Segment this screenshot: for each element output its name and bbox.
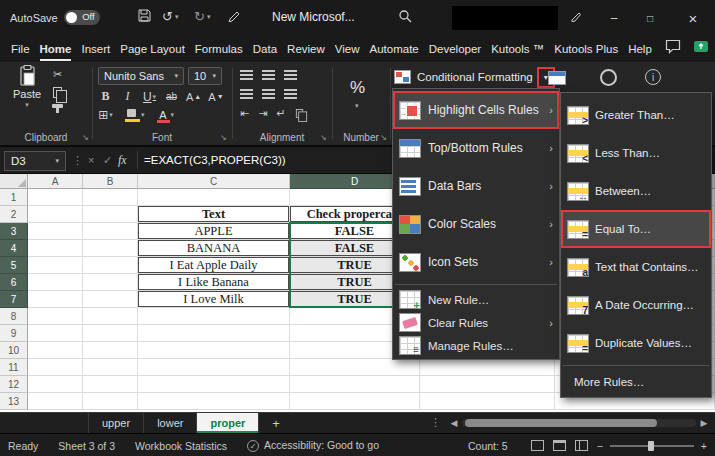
- name-box[interactable]: D3 ▾: [4, 151, 66, 171]
- cell-c9[interactable]: [138, 325, 290, 342]
- scroll-right-icon[interactable]: ▶: [698, 418, 710, 429]
- sheet-tab-lower[interactable]: lower: [144, 413, 197, 433]
- tab-view[interactable]: View: [330, 36, 365, 62]
- alignment-dialog-launcher-icon[interactable]: ↘: [320, 133, 327, 142]
- cell-b10[interactable]: [83, 342, 138, 359]
- undo-dropdown-icon[interactable]: ▾: [175, 13, 179, 21]
- conditional-formatting-button[interactable]: Conditional Formatting ▾: [394, 65, 553, 89]
- format-as-table-icon[interactable]: [548, 71, 566, 85]
- cell-d12[interactable]: [290, 376, 420, 393]
- close-button[interactable]: ×: [674, 0, 712, 36]
- zoom-in-icon[interactable]: +: [701, 440, 707, 452]
- draw-button[interactable]: [570, 9, 583, 22]
- undo-button[interactable]: ↺▾: [162, 9, 178, 24]
- maximize-button[interactable]: □: [634, 0, 666, 36]
- normal-view-icon[interactable]: [531, 440, 544, 451]
- menu-item-greater-than[interactable]: Greater Than…: [561, 96, 711, 134]
- formula-input[interactable]: =EXACT(C3,PROPER(C3)): [144, 154, 286, 166]
- cell-c2[interactable]: Text: [138, 206, 290, 223]
- cell-c4[interactable]: BANANA: [138, 240, 290, 257]
- align-bottom-icon[interactable]: [284, 70, 297, 80]
- cell-a5[interactable]: [28, 257, 83, 274]
- cell-b11[interactable]: [83, 359, 138, 376]
- cell-b2[interactable]: [83, 206, 138, 223]
- info-badge-icon[interactable]: i: [645, 69, 661, 85]
- menu-item-more-rules[interactable]: More Rules…: [561, 369, 711, 394]
- tab-strip-splitter-icon[interactable]: ⋮: [430, 416, 441, 429]
- row-header-12[interactable]: 12: [0, 376, 28, 393]
- clipboard-dialog-launcher-icon[interactable]: ↘: [82, 133, 89, 142]
- cell-c11[interactable]: [138, 359, 290, 376]
- row-header-8[interactable]: 8: [0, 308, 28, 325]
- tab-developer[interactable]: Developer: [424, 36, 486, 62]
- paste-button[interactable]: Paste ▾: [8, 65, 46, 123]
- menu-item-text-that-contains[interactable]: Text that Contains…: [561, 248, 711, 286]
- share-icon[interactable]: [693, 39, 709, 54]
- scrollbar-thumb[interactable]: [465, 419, 657, 427]
- tab-data[interactable]: Data: [248, 36, 282, 62]
- cell-a2[interactable]: [28, 206, 83, 223]
- increase-indent-icon[interactable]: ⇥: [258, 107, 267, 120]
- tab-home[interactable]: Home: [35, 36, 77, 62]
- scrollbar-track[interactable]: [462, 419, 696, 427]
- decrease-indent-icon[interactable]: ⇤: [240, 107, 249, 120]
- menu-item-data-bars[interactable]: Data Bars›: [393, 167, 559, 205]
- cell-d11[interactable]: [290, 359, 420, 376]
- row-header-13[interactable]: 13: [0, 393, 28, 410]
- format-painter-icon[interactable]: [52, 104, 63, 108]
- cell-a4[interactable]: [28, 240, 83, 257]
- sheet-tab-proper[interactable]: proper: [197, 413, 259, 433]
- align-center-icon[interactable]: [262, 89, 275, 99]
- horizontal-scrollbar[interactable]: ◀ ▶: [448, 418, 710, 429]
- cell-b5[interactable]: [83, 257, 138, 274]
- sheet-tab-upper[interactable]: upper: [88, 413, 144, 433]
- font-color-button[interactable]: A▾: [157, 109, 175, 122]
- shape-circle-icon[interactable]: [600, 69, 617, 86]
- tab-kutools-plus[interactable]: Kutools Plus: [549, 36, 623, 62]
- increase-font-button[interactable]: A▲: [186, 91, 201, 103]
- cell-a7[interactable]: [28, 291, 83, 308]
- cell-a8[interactable]: [28, 308, 83, 325]
- row-header-6[interactable]: 6: [0, 274, 28, 291]
- row-header-2[interactable]: 2: [0, 206, 28, 223]
- cell-b7[interactable]: [83, 291, 138, 308]
- tab-automate[interactable]: Automate: [365, 36, 424, 62]
- cell-b3[interactable]: [83, 223, 138, 240]
- save-button[interactable]: [138, 9, 151, 22]
- cell-c6[interactable]: I Like Banana: [138, 274, 290, 291]
- select-all-button[interactable]: [0, 174, 28, 189]
- cell-c5[interactable]: I Eat Apple Daily: [138, 257, 290, 274]
- tab-kutools[interactable]: Kutools ™: [486, 36, 549, 62]
- cell-a1[interactable]: [28, 189, 83, 206]
- tab-formulas[interactable]: Formulas: [190, 36, 248, 62]
- cell-e13[interactable]: [420, 393, 555, 410]
- menu-item-top-bottom-rules[interactable]: Top/Bottom Rules›: [393, 129, 559, 167]
- cell-c3[interactable]: APPLE: [138, 223, 290, 240]
- borders-button[interactable]: ⊞▾: [98, 108, 113, 122]
- bold-button[interactable]: B: [98, 89, 113, 104]
- underline-dropdown-icon[interactable]: ▾: [153, 93, 157, 101]
- new-sheet-button[interactable]: +: [268, 415, 284, 431]
- row-header-7[interactable]: 7: [0, 291, 28, 308]
- cell-a12[interactable]: [28, 376, 83, 393]
- underline-button[interactable]: U▾: [142, 90, 157, 104]
- row-header-1[interactable]: 1: [0, 189, 28, 206]
- align-right-icon[interactable]: [284, 89, 297, 99]
- customize-toolbar-button[interactable]: [228, 9, 241, 22]
- align-top-icon[interactable]: [240, 70, 253, 80]
- scroll-left-icon[interactable]: ◀: [448, 418, 460, 429]
- workbook-statistics-button[interactable]: Workbook Statistics: [135, 440, 227, 452]
- insert-function-button[interactable]: fx: [118, 153, 127, 168]
- paste-dropdown-icon[interactable]: ▾: [25, 101, 29, 109]
- wrap-text-icon[interactable]: ↵: [276, 107, 285, 120]
- percent-style-button[interactable]: %: [350, 78, 365, 98]
- page-break-preview-icon[interactable]: [575, 440, 588, 451]
- row-header-4[interactable]: 4: [0, 240, 28, 257]
- menu-item-less-than[interactable]: Less Than…: [561, 134, 711, 172]
- column-header-a[interactable]: A: [28, 174, 83, 189]
- tab-review[interactable]: Review: [282, 36, 330, 62]
- cell-a11[interactable]: [28, 359, 83, 376]
- italic-button[interactable]: I: [120, 89, 135, 104]
- cell-c1[interactable]: [138, 189, 290, 206]
- search-button[interactable]: [398, 9, 412, 23]
